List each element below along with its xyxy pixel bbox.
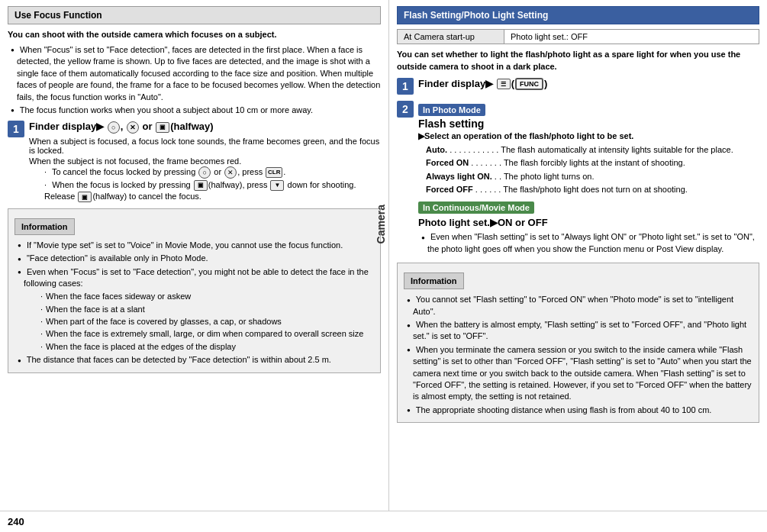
right-header-text: Flash Setting/Photo Light Setting — [404, 10, 548, 21]
left-header-text: Use Focus Function — [15, 10, 102, 21]
page-number: 240 — [8, 516, 24, 527]
flash-auto: Auto. . . . . . . . . . . . The flash au… — [418, 144, 759, 156]
left-bullet-2: The focus function works when you shoot … — [8, 105, 381, 116]
right-info-bullet-3: The appropriate shooting distance when u… — [404, 405, 752, 416]
left-section-header: Use Focus Function — [8, 6, 381, 24]
flash-forced-on: Forced ON . . . . . . . The flash forcib… — [418, 157, 759, 169]
right-info-section: Information You cannot set "Flash settin… — [397, 263, 759, 423]
menu-icon: ☰ — [497, 79, 511, 89]
clr-btn: CLR — [266, 167, 282, 178]
right-step-2-number: 2 — [397, 101, 414, 118]
right-column: Flash Setting/Photo Light Setting At Cam… — [389, 0, 767, 511]
step-1-number: 1 — [8, 121, 24, 137]
sub-case-1: When the face is at a slant — [25, 304, 374, 315]
left-bullet-1: When "Focus" is set to "Face detection",… — [8, 44, 381, 103]
left-info-section: Information If "Movie type set" is set t… — [8, 208, 381, 373]
step-1-lock-bullet: When the focus is locked by pressing ▣(h… — [29, 179, 381, 203]
right-step-1-title: Finder display▶ ☰(FUNC) — [418, 78, 547, 89]
info-sub-cases: When the face faces sideway or askew Whe… — [15, 291, 374, 353]
half-icon: ▣ — [156, 122, 169, 133]
right-intro-bold: You can set whether to light the flash/p… — [397, 49, 759, 73]
flash-options: Auto. . . . . . . . . . . . The flash au… — [418, 144, 759, 196]
flash-startup-table: At Camera start-up Photo light set.: OFF — [397, 29, 759, 44]
left-column: Use Focus Function You can shoot with th… — [0, 0, 389, 511]
right-step-1-content: Finder display▶ ☰(FUNC) — [418, 78, 759, 91]
step-1-cancel-bullet: To cancel the focus locked by pressing ○… — [29, 166, 381, 179]
sub-case-0: When the face faces sideway or askew — [25, 291, 374, 302]
cross-icon: ✕ — [127, 121, 139, 134]
sub-case-4: When the face is placed at the edges of … — [25, 341, 374, 353]
info-bullet-2: Even when "Focus" is set to "Face detect… — [15, 266, 374, 290]
info-bullet-3: The distance that faces can be detected … — [15, 354, 374, 366]
right-step-1-number: 1 — [397, 78, 414, 95]
right-step-1-row: 1 Finder display▶ ☰(FUNC) — [397, 78, 759, 95]
right-section-header: Flash Setting/Photo Light Setting — [397, 6, 759, 24]
right-step-2-subtitle: ▶Select an operation of the flash/photo … — [418, 131, 759, 141]
camera-label: Camera — [375, 205, 387, 243]
right-info-bullet-2: When you terminate the camera session or… — [404, 344, 752, 403]
photo-mode-badge: In Photo Mode — [418, 104, 485, 116]
step-1-title: Finder display▶ ○, ✕ or ▣(halfway) — [29, 121, 214, 132]
flash-always-on: Always light ON. . . The photo light tur… — [418, 171, 759, 182]
info-bullet-0: If "Movie type set" is set to "Voice" in… — [15, 240, 374, 251]
func-btn: FUNC — [515, 78, 543, 90]
cross-btn-inline: ✕ — [224, 166, 237, 179]
step-1-sub1: When a subject is focused, a focus lock … — [29, 137, 381, 155]
step-1-row: 1 Finder display▶ ○, ✕ or ▣(halfway) Whe… — [8, 121, 381, 203]
left-info-label: Information — [15, 218, 75, 235]
table-cell-value: Photo light set.: OFF — [504, 30, 759, 44]
left-intro-bold: You can shoot with the outside camera wh… — [8, 29, 381, 41]
half-btn-inline2: ▣ — [78, 192, 92, 202]
half-btn-inline: ▣ — [194, 180, 208, 191]
table-row: At Camera start-up Photo light set.: OFF — [398, 30, 759, 44]
right-step-2-content: In Photo Mode Flash setting ▶Select an o… — [418, 101, 759, 256]
step-1-content: Finder display▶ ○, ✕ or ▣(halfway) When … — [29, 121, 381, 203]
circle-btn-inline: ○ — [198, 166, 211, 179]
info-bullet-1: "Face detection" is available only in Ph… — [15, 253, 374, 264]
right-info-label: Information — [404, 272, 464, 289]
right-info-bullet-0: You cannot set "Flash setting" to "Force… — [404, 294, 752, 318]
sub-case-3: When the face is extremely small, large,… — [25, 328, 374, 340]
right-step-3-title: Photo light set.▶ON or OFF — [418, 217, 759, 228]
right-step-2-title: Flash setting — [418, 118, 759, 130]
circle-icon: ○ — [108, 121, 120, 134]
right-step-2-row: 2 In Photo Mode Flash setting ▶Select an… — [397, 101, 759, 256]
down-btn-inline: ▼ — [270, 180, 284, 191]
step-1-sub2: When the subject is not focused, the fra… — [29, 156, 381, 166]
table-cell-label: At Camera start-up — [398, 30, 504, 44]
right-info-bullet-1: When the battery is almost empty, "Flash… — [404, 319, 752, 343]
sub-case-2: When part of the face is covered by glas… — [25, 316, 374, 327]
continuous-mode-badge: In Continuous/Movie Mode — [418, 202, 534, 214]
page-footer: 240 — [0, 511, 767, 532]
flash-forced-off: Forced OFF . . . . . . The flash/photo l… — [418, 184, 759, 195]
right-step-3-bullet: Even when "Flash setting" is set to "Alw… — [418, 231, 759, 255]
